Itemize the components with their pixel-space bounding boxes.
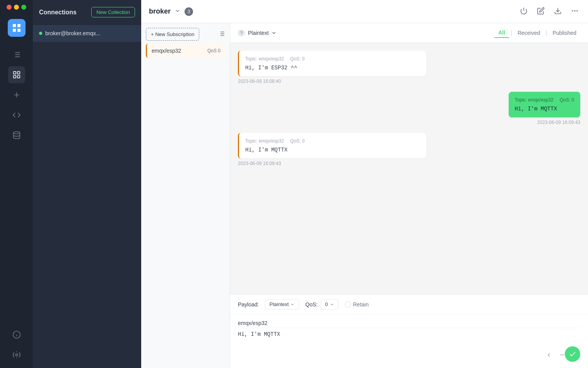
- message-received-1: Topic: emqx/esp32 QoS: 0 Hi, I'm ESP32 ^…: [238, 51, 426, 84]
- svg-point-18: [574, 10, 575, 11]
- publisher-top: Payload: Plaintext QoS: 0: [230, 294, 588, 315]
- connection-status-dot: [39, 32, 42, 35]
- message-text-1: Hi, I'm ESP32 ^^: [245, 65, 420, 71]
- message-bubble-published-1: Topic: emqx/esp32 QoS: 0 Hi, I'm MQTTX: [509, 92, 580, 117]
- close-button[interactable]: [7, 5, 12, 10]
- message-published-1: Topic: emqx/esp32 QoS: 0 Hi, I'm MQTTX 2…: [509, 92, 580, 125]
- svg-point-10: [13, 132, 20, 134]
- broker-badge: 3: [185, 7, 193, 16]
- svg-point-17: [572, 10, 573, 11]
- svg-rect-4: [13, 72, 15, 74]
- publisher-actions: [238, 350, 580, 364]
- message-pub-time-1: 2023-06-09 16:09:43: [537, 120, 580, 125]
- retain-label: Retain: [353, 301, 369, 308]
- subscription-item-emqx-esp32[interactable]: emqx/esp32 QoS 0: [146, 44, 225, 58]
- sidebar-item-subscriptions[interactable]: [8, 66, 25, 83]
- messages-header: ? Plaintext All | Received | Published: [230, 23, 588, 43]
- tab-published[interactable]: Published: [549, 28, 581, 38]
- retain-button[interactable]: Retain: [345, 301, 369, 308]
- tab-received[interactable]: Received: [514, 28, 544, 38]
- connections-panel: Connections New Collection broker@broker…: [33, 0, 141, 368]
- format-select[interactable]: Plaintext: [265, 299, 299, 310]
- svg-rect-0: [13, 24, 16, 27]
- connection-name: broker@broker.emqx...: [45, 30, 101, 36]
- power-button[interactable]: [518, 5, 529, 17]
- topic-input[interactable]: [238, 318, 580, 328]
- messages-list: Topic: emqx/esp32 QoS: 0 Hi, I'm ESP32 ^…: [230, 43, 588, 294]
- broker-chevron-icon[interactable]: [174, 8, 181, 15]
- message-bubble-received-1: Topic: emqx/esp32 QoS: 0 Hi, I'm ESP32 ^…: [238, 51, 426, 76]
- message-topic-2: Topic: emqx/esp32: [245, 138, 284, 144]
- format-selector[interactable]: Plaintext: [248, 30, 277, 36]
- sidebar: [0, 0, 33, 368]
- svg-rect-2: [13, 29, 16, 32]
- send-button[interactable]: [565, 346, 580, 362]
- publisher-body: [230, 315, 588, 368]
- svg-rect-6: [13, 76, 15, 78]
- more-button[interactable]: [569, 5, 580, 17]
- publisher: Payload: Plaintext QoS: 0: [230, 294, 588, 368]
- main-area: broker 3: [141, 0, 588, 368]
- edit-button[interactable]: [535, 5, 546, 17]
- new-subscription-button[interactable]: + New Subscription: [146, 28, 199, 41]
- message-text-2: Hi, I'm MQTTX: [245, 147, 420, 153]
- svg-point-19: [577, 10, 578, 11]
- sidebar-item-info[interactable]: [8, 326, 25, 343]
- sidebar-item-database[interactable]: [8, 127, 25, 144]
- format-chevron-icon: [271, 30, 277, 36]
- svg-rect-3: [17, 29, 21, 32]
- minimize-button[interactable]: [14, 5, 19, 10]
- messages-panel: ? Plaintext All | Received | Published: [230, 23, 588, 368]
- message-meta-1: Topic: emqx/esp32 QoS: 0: [245, 56, 420, 62]
- help-icon: ?: [238, 29, 245, 36]
- connections-header: Connections New Collection: [33, 0, 141, 25]
- message-qos-1: QoS: 0: [290, 56, 304, 62]
- qos-chevron-icon: [330, 302, 334, 307]
- message-qos-2: QoS: 0: [290, 138, 304, 144]
- format-label: Plaintext: [248, 30, 269, 36]
- traffic-lights: [7, 5, 26, 10]
- publisher-qos: QoS: 0: [305, 299, 338, 310]
- tab-all[interactable]: All: [494, 28, 509, 38]
- message-meta-2: Topic: emqx/esp32 QoS: 0: [245, 138, 420, 144]
- save-button[interactable]: [552, 5, 563, 17]
- connections-title: Connections: [39, 9, 77, 16]
- message-received-2: Topic: emqx/esp32 QoS: 0 Hi, I'm MQTTX 2…: [238, 133, 426, 166]
- broker-name: broker: [149, 7, 171, 15]
- message-time-2: 2023-06-09 16:09:43: [238, 161, 426, 166]
- message-pub-topic-1: Topic: emqx/esp32: [515, 97, 554, 103]
- svg-point-14: [15, 354, 18, 356]
- format-select-chevron: [290, 302, 295, 307]
- broker-header: broker 3: [141, 0, 588, 23]
- app-icon: [8, 19, 26, 37]
- sidebar-item-add[interactable]: [8, 86, 25, 103]
- subscription-qos: QoS 0: [207, 48, 220, 53]
- app-logo-icon: [11, 22, 22, 33]
- message-time-1: 2023-06-09 16:08:40: [238, 79, 426, 84]
- svg-rect-5: [17, 72, 19, 74]
- qos-label: QoS:: [305, 301, 318, 308]
- sidebar-item-settings[interactable]: [8, 346, 25, 363]
- subscription-topic: emqx/esp32: [152, 48, 204, 54]
- svg-rect-1: [17, 24, 21, 27]
- message-pub-meta-1: Topic: emqx/esp32 QoS: 0: [515, 97, 574, 103]
- message-topic-1: Topic: emqx/esp32: [245, 56, 284, 62]
- subscriptions-top-row: + New Subscription: [146, 28, 225, 41]
- maximize-button[interactable]: [21, 5, 26, 10]
- content-area: + New Subscription emqx/esp32 QoS 0: [141, 23, 588, 368]
- sidebar-item-code[interactable]: [8, 107, 25, 124]
- prev-button[interactable]: [544, 350, 554, 361]
- connection-item-broker[interactable]: broker@broker.emqx...: [33, 25, 141, 42]
- message-bubble-received-2: Topic: emqx/esp32 QoS: 0 Hi, I'm MQTTX: [238, 133, 426, 158]
- qos-value: 0: [325, 301, 328, 307]
- payload-label: Payload:: [238, 301, 259, 308]
- qos-select[interactable]: 0: [321, 299, 338, 310]
- message-input[interactable]: [238, 328, 580, 347]
- new-collection-button[interactable]: New Collection: [91, 7, 135, 17]
- filter-icon-button[interactable]: [218, 30, 225, 38]
- broker-left: broker 3: [149, 7, 193, 16]
- broker-actions: [518, 5, 580, 17]
- message-pub-text-1: Hi, I'm MQTTX: [515, 106, 574, 112]
- sidebar-item-connections[interactable]: [8, 46, 25, 63]
- svg-rect-7: [17, 76, 19, 78]
